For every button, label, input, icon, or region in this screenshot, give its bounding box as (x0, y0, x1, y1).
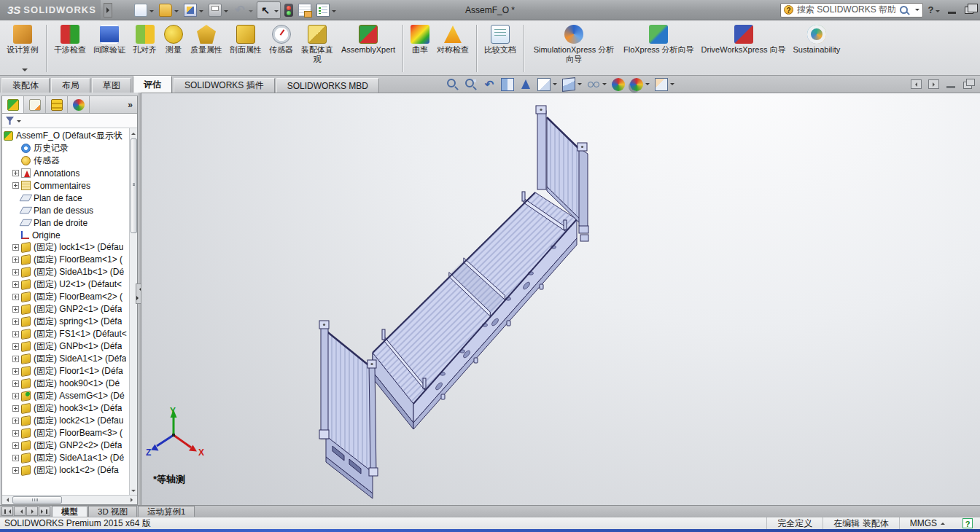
expand-toggle-icon[interactable] (12, 331, 19, 337)
tree-item-annotations[interactable]: Annotations (4, 167, 137, 179)
tab-sketch[interactable]: 草图 (92, 78, 131, 93)
filter-dropdown-icon[interactable] (17, 120, 21, 125)
curvature-button[interactable]: 曲率 (407, 22, 433, 75)
quick-tips-icon[interactable] (962, 518, 973, 528)
doc-tab-model[interactable]: 模型 (52, 506, 88, 517)
tree-item[interactable]: (固定) Floor1<1> (Défa (4, 365, 137, 378)
options-button[interactable] (297, 2, 313, 18)
vertical-scroll-thumb[interactable] (131, 138, 137, 233)
tab-display-manager[interactable] (68, 96, 90, 113)
driveworksxpress-wizard-button[interactable]: DriveWorksXpress 向导 (698, 22, 790, 75)
tree-horizontal-scrollbar[interactable] (2, 495, 137, 504)
select-button[interactable] (257, 1, 281, 19)
previous-view-button[interactable] (483, 78, 496, 91)
panel-tabs-overflow[interactable]: » (123, 96, 137, 113)
search-icon[interactable] (899, 5, 909, 15)
symmetry-check-button[interactable]: 对称检查 (433, 22, 472, 75)
expand-toggle-icon[interactable] (12, 170, 19, 176)
doc-tab-3d-views[interactable]: 3D 视图 (88, 506, 137, 517)
doc-restore-button[interactable] (963, 79, 974, 89)
edit-appearance-button[interactable] (612, 78, 625, 91)
measure-button[interactable]: 测量 (160, 22, 187, 75)
search-input[interactable]: 搜索 SOLIDWORKS 帮助 (797, 4, 895, 16)
design-study-button[interactable]: 设计算例 (3, 22, 42, 75)
tree-item[interactable]: (固定) hook3<1> (Défa (4, 402, 137, 415)
section-properties-button[interactable]: 剖面属性 (226, 22, 265, 75)
sustainability-button[interactable]: Sustainability (790, 22, 844, 75)
next-tab-button[interactable] (26, 506, 38, 516)
hide-show-items-button[interactable] (587, 78, 607, 91)
horizontal-scroll-thumb[interactable] (12, 496, 62, 504)
mass-properties-button[interactable]: 质量属性 (187, 22, 226, 75)
expand-toggle-icon[interactable] (12, 405, 19, 412)
expand-toggle-icon[interactable] (12, 418, 19, 424)
apply-scene-button[interactable] (630, 78, 650, 91)
tree-item-plan-de-face[interactable]: Plan de face (4, 192, 137, 204)
expand-toggle-icon[interactable] (12, 455, 19, 461)
floxpress-wizard-button[interactable]: FloXpress 分析向导 (620, 22, 698, 75)
tree-item[interactable]: (固定) GNP2<1> (Défa (4, 303, 137, 316)
scroll-down-icon[interactable] (131, 487, 137, 494)
sensor-button[interactable]: 传感器 (265, 22, 297, 75)
minimize-button[interactable] (945, 4, 958, 17)
graphics-viewport[interactable]: Y X Z *等轴测 (141, 93, 980, 505)
expand-toggle-icon[interactable] (12, 182, 19, 189)
tree-item[interactable]: (固定) hook90<1> (Dé (4, 378, 137, 390)
expand-toggle-icon[interactable] (12, 467, 19, 474)
clearance-verification-button[interactable]: 间隙验证 (90, 22, 129, 75)
tree-root-item[interactable]: AssemF_O (Défaut<显示状 (4, 130, 137, 142)
tree-item[interactable]: (固定) FloorBeam<1> ( (4, 254, 137, 266)
view-orientation-button[interactable] (537, 78, 557, 91)
tree-vertical-scrollbar[interactable] (129, 128, 137, 495)
annotation-views-button[interactable] (519, 78, 532, 91)
expand-toggle-icon[interactable] (12, 281, 19, 288)
expand-toggle-icon[interactable] (12, 430, 19, 437)
scroll-up-icon[interactable] (131, 129, 137, 136)
tree-filter-bar[interactable] (2, 114, 137, 128)
expand-toggle-icon[interactable] (12, 368, 19, 375)
search-box[interactable]: 搜索 SOLIDWORKS 帮助 (780, 3, 923, 17)
expand-toggle-icon[interactable] (12, 356, 19, 362)
tree-item[interactable]: (固定) AssemG<1> (Dé (4, 390, 137, 402)
expand-toggle-icon[interactable] (12, 244, 19, 251)
tab-evaluate[interactable]: 评估 (133, 76, 172, 93)
collapse-pane-right-button[interactable] (928, 79, 939, 89)
section-view-button[interactable] (501, 78, 514, 91)
tree-item[interactable]: (固定) FloorBeam<3> ( (4, 427, 137, 439)
tree-item-sensors[interactable]: 传感器 (4, 154, 137, 167)
expand-toggle-icon[interactable] (12, 380, 19, 387)
tree-item[interactable]: (固定) U2<1> (Défaut< (4, 278, 137, 291)
compare-documents-button[interactable]: 比较文档 (481, 22, 520, 75)
tree-item[interactable]: (固定) spring<1> (Défa (4, 316, 137, 328)
tree-item-plan-de-dessus[interactable]: Plan de dessus (4, 204, 137, 216)
collapse-pane-left-button[interactable] (911, 79, 922, 89)
tab-solidworks-addins[interactable]: SOLIDWORKS 插件 (174, 78, 275, 93)
tree-item-plan-de-droite[interactable]: Plan de droite (4, 216, 137, 229)
tree-item[interactable]: (固定) lock1<2> (Défa (4, 464, 137, 477)
zoom-to-area-button[interactable] (464, 78, 478, 91)
doc-minimize-button[interactable] (946, 79, 957, 89)
last-tab-button[interactable] (39, 506, 50, 516)
print-button[interactable] (207, 2, 230, 18)
tab-configuration-manager[interactable] (46, 96, 68, 113)
expand-toggle-icon[interactable] (12, 269, 19, 275)
assembly-xpert-button[interactable]: AssemblyXpert (338, 22, 399, 75)
undo-button[interactable] (232, 2, 254, 18)
tab-assembly[interactable]: 装配体 (1, 78, 50, 93)
units-selector[interactable]: MMGS (899, 517, 955, 529)
menu-flyout-chevron[interactable] (104, 3, 112, 17)
tree-item[interactable]: (固定) lock1<1> (Défau (4, 241, 137, 254)
view-settings-button[interactable] (655, 78, 674, 91)
search-dropdown-icon[interactable] (913, 4, 919, 15)
tree-item-origine[interactable]: Origine (4, 229, 137, 241)
first-tab-button[interactable] (1, 506, 13, 516)
assembly-visualization-button[interactable]: 装配体直观 (297, 22, 338, 75)
tree-item[interactable]: (固定) GNP2<2> (Défa (4, 439, 137, 452)
expand-toggle-icon[interactable] (12, 257, 19, 263)
model-3d-flat-rack[interactable] (141, 93, 980, 505)
save-button[interactable] (182, 2, 205, 18)
help-button[interactable] (928, 4, 941, 17)
tree-item-commentaires[interactable]: Commentaires (4, 179, 137, 192)
tab-solidworks-mbd[interactable]: SOLIDWORKS MBD (276, 78, 379, 93)
expand-toggle-icon[interactable] (12, 393, 19, 399)
